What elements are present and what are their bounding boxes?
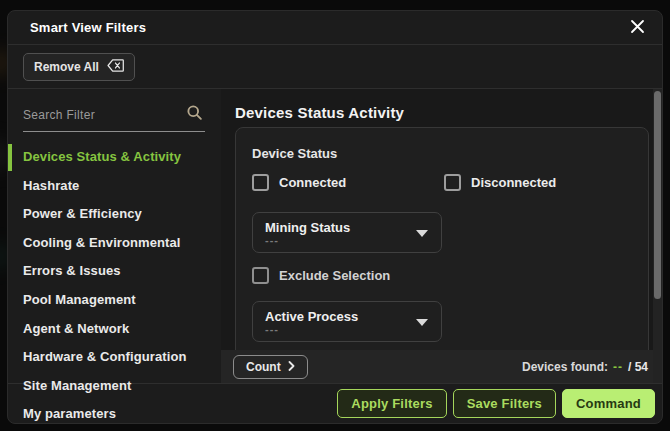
mining-status-dropdown-label: Mining Status [265,220,411,235]
command-button[interactable]: Command [562,389,655,418]
vertical-scrollbar-thumb[interactable] [654,91,661,299]
connected-checkbox-label: Connected [279,175,346,190]
dialog-content: Devices Status & Activity Hashrate Power… [8,89,662,383]
remove-all-button[interactable]: Remove All [23,53,135,81]
sidebar-item-hardware-configuration[interactable]: Hardware & Configuration [8,343,221,372]
sidebar-item-power-efficiency[interactable]: Power & Efficiency [8,200,221,229]
filter-category-list: Devices Status & Activity Hashrate Power… [8,143,221,424]
sidebar-item-pool-management[interactable]: Pool Management [8,286,221,315]
sidebar-item-hashrate[interactable]: Hashrate [8,172,221,201]
count-button-label: Count [246,360,281,374]
backspace-clear-icon [107,59,124,75]
sidebar-item-errors-issues[interactable]: Errors & Issues [8,257,221,286]
devices-found-total: / 54 [628,360,648,374]
sidebar-item-agent-network[interactable]: Agent & Network [8,315,221,344]
mining-status-dropdown-value: --- [265,235,411,246]
sidebar-item-site-management[interactable]: Site Management [8,372,221,401]
devices-found-status: Devices found: -- / 54 [522,360,648,374]
close-button[interactable] [624,15,650,41]
devices-found-label: Devices found: [522,360,608,374]
filter-category-sidebar: Devices Status & Activity Hashrate Power… [8,89,221,383]
chevron-down-icon [416,319,428,326]
devices-found-value: -- [613,360,623,374]
disconnected-checkbox-label: Disconnected [471,175,556,190]
checkbox-unchecked-icon [252,174,269,191]
panel-heading: Devices Status Activity [235,104,662,121]
active-process-dropdown[interactable]: Active Process --- [252,301,442,342]
remove-all-label: Remove All [34,60,99,74]
mining-status-dropdown[interactable]: Mining Status --- [252,212,442,253]
connected-checkbox[interactable]: Connected [252,174,444,191]
background-glow [0,246,6,266]
filter-detail-panel: Devices Status Activity Device Status Co… [221,89,662,383]
checkbox-unchecked-icon [444,174,461,191]
count-button[interactable]: Count [233,355,308,379]
exclude-selection-label: Exclude Selection [279,268,390,283]
apply-filters-button[interactable]: Apply Filters [337,389,446,418]
filters-toolbar: Remove All [8,45,662,89]
exclude-selection-checkbox-1[interactable]: Exclude Selection [252,267,632,284]
device-status-card: Device Status Connected Disconnected Min… [235,127,649,379]
chevron-down-icon [416,230,428,237]
search-filter-field [23,103,205,132]
dialog-title: Smart View Filters [30,20,624,35]
save-filters-button[interactable]: Save Filters [453,389,556,418]
search-input[interactable] [23,103,205,132]
count-status-bar: Count Devices found: -- / 54 [221,350,662,383]
sidebar-item-cooling-environmental[interactable]: Cooling & Environmental [8,229,221,258]
close-icon [630,19,645,37]
chevron-right-icon [288,360,295,374]
status-checkbox-row: Connected Disconnected [252,174,632,191]
smart-view-filters-dialog: Smart View Filters Remove All [7,10,663,424]
active-process-dropdown-value: --- [265,324,411,335]
active-process-dropdown-label: Active Process [265,309,411,324]
vertical-scrollbar-track[interactable] [653,89,662,383]
background-glow [0,140,6,170]
device-status-label: Device Status [252,146,632,161]
sidebar-item-devices-status-activity[interactable]: Devices Status & Activity [8,143,221,172]
sidebar-item-my-parameters[interactable]: My parameters [8,400,221,424]
dialog-header: Smart View Filters [8,11,662,45]
search-icon [186,104,203,125]
disconnected-checkbox[interactable]: Disconnected [444,174,556,191]
checkbox-unchecked-icon [252,267,269,284]
